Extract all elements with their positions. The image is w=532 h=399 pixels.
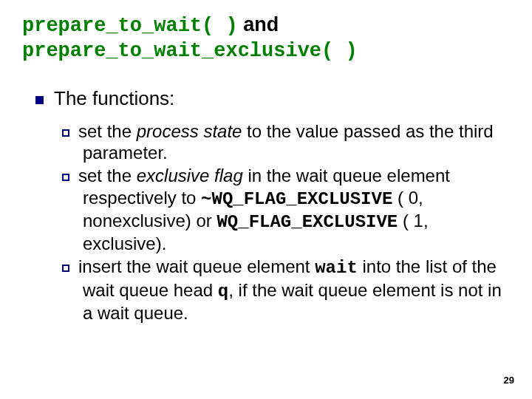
level2-list: set the process state to the value passe… xyxy=(62,120,510,324)
hollow-square-bullet-icon xyxy=(62,265,69,272)
level1-text: The functions: xyxy=(54,87,174,109)
title-code-2: prepare_to_wait_exclusive( ) xyxy=(22,40,358,62)
hollow-square-bullet-icon xyxy=(62,129,69,137)
text: insert the wait queue element xyxy=(78,256,315,276)
list-item: set the process state to the value passe… xyxy=(62,120,510,164)
title-code-1: prepare_to_wait( ) xyxy=(22,15,238,37)
page-number: 29 xyxy=(504,375,514,386)
level1-item: The functions: xyxy=(35,87,510,110)
code-text: wait xyxy=(315,258,358,278)
square-bullet-icon xyxy=(35,96,44,104)
text: set the xyxy=(78,166,137,185)
emphasis: exclusive flag xyxy=(137,166,243,185)
list-item: insert the wait queue element wait into … xyxy=(62,256,510,324)
emphasis: process state xyxy=(137,121,242,141)
title-and: and xyxy=(238,13,279,35)
slide: prepare_to_wait( ) and prepare_to_wait_e… xyxy=(0,0,532,324)
hollow-square-bullet-icon xyxy=(62,174,69,181)
text: set the xyxy=(78,121,137,141)
slide-title: prepare_to_wait( ) and prepare_to_wait_e… xyxy=(22,13,510,64)
list-item: set the exclusive flag in the wait queue… xyxy=(62,165,510,254)
code-text: WQ_FLAG_EXCLUSIVE xyxy=(216,212,398,232)
code-text: q xyxy=(218,282,228,301)
code-text: ~WQ_FLAG_EXCLUSIVE xyxy=(201,189,392,209)
